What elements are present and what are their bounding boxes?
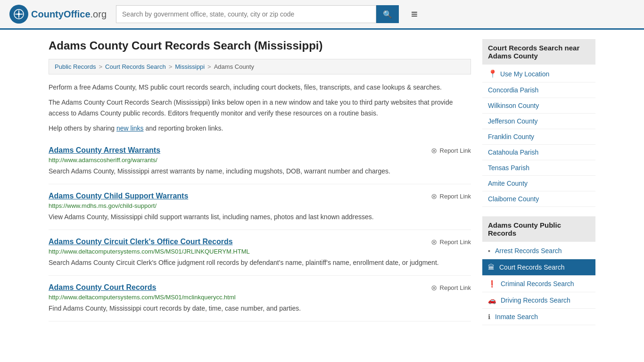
nav-icon-4: ℹ (488, 313, 490, 321)
result-desc-0: Search Adams County, Mississippi arrest … (49, 166, 471, 176)
description-3-suffix: and reporting broken links. (144, 124, 223, 132)
nearby-section-title: Court Records Search near Adams County (482, 39, 595, 65)
report-label-1: Report Link (440, 193, 471, 200)
result-url-3[interactable]: http://www.deltacomputersystems.com/MS/M… (49, 294, 471, 301)
public-records-nav: ▪ Arrest Records Search🏛 Court Records S… (482, 243, 595, 325)
search-input[interactable] (116, 5, 376, 23)
nearby-link-5[interactable]: Tensas Parish (482, 160, 595, 176)
result-desc-2: Search Adams County Circuit Clerk's Offi… (49, 258, 471, 268)
nearby-link-6[interactable]: Amite County (482, 176, 595, 191)
description-3-prefix: Help others by sharing (49, 124, 116, 132)
breadcrumb-sep-2: > (169, 63, 173, 70)
breadcrumb-mississippi[interactable]: Mississippi (175, 63, 205, 70)
description-2: The Adams County Court Records Search (M… (49, 97, 471, 118)
report-icon-0: ⊗ (431, 146, 437, 155)
nav-item-2[interactable]: ❗ Criminal Records Search (482, 276, 595, 292)
site-logo[interactable]: CountyOffice.org (9, 5, 107, 24)
sidebar: Court Records Search near Adams County 📍… (482, 39, 595, 335)
nav-item-0[interactable]: ▪ Arrest Records Search (482, 243, 595, 259)
result-url-0[interactable]: http://www.adamscosheriff.org/warrants/ (49, 156, 471, 164)
report-icon-3: ⊗ (431, 283, 437, 292)
nearby-link-2[interactable]: Jefferson County (482, 114, 595, 129)
nearby-link-0[interactable]: Concordia Parish (482, 82, 595, 98)
breadcrumb-sep-1: > (99, 63, 102, 70)
report-label-2: Report Link (440, 239, 471, 246)
result-header-0: Adams County Arrest Warrants ⊗ Report Li… (49, 146, 471, 156)
nav-label-1: Court Records Search (499, 263, 565, 271)
breadcrumb-public-records[interactable]: Public Records (55, 63, 96, 70)
nav-icon-0: ▪ (488, 247, 490, 255)
result-desc-1: View Adams County, Mississippi child sup… (49, 212, 471, 222)
report-link-3[interactable]: ⊗ Report Link (431, 283, 471, 292)
logo-icon (9, 5, 28, 24)
public-records-section: Adams County Public Records ▪ Arrest Rec… (482, 216, 595, 325)
breadcrumb-sep-3: > (207, 63, 211, 70)
nav-item-3[interactable]: 🚗 Driving Records Search (482, 292, 595, 309)
result-header-3: Adams County Court Records ⊗ Report Link (49, 283, 471, 294)
nav-item-1[interactable]: 🏛 Court Records Search (482, 259, 595, 276)
results-list: Adams County Arrest Warrants ⊗ Report Li… (49, 139, 471, 321)
nearby-link-3[interactable]: Franklin County (482, 129, 595, 145)
report-icon-2: ⊗ (431, 238, 437, 247)
new-links-link[interactable]: new links (116, 124, 144, 132)
use-my-location-link[interactable]: 📍 Use My Location (482, 66, 595, 82)
result-desc-3: Find Adams County, Mississippi court rec… (49, 304, 471, 313)
result-item-2: Adams County Circuit Clerk's Office Cour… (49, 230, 471, 276)
nearby-link-7[interactable]: Claiborne County (482, 191, 595, 207)
result-title-1[interactable]: Adams County Child Support Warrants (49, 192, 188, 200)
result-item-0: Adams County Arrest Warrants ⊗ Report Li… (49, 139, 471, 184)
nav-icon-1: 🏛 (488, 263, 495, 271)
logo-text: CountyOffice.org (31, 9, 107, 20)
nearby-link-4[interactable]: Catahoula Parish (482, 145, 595, 160)
nav-label-0: Arrest Records Search (495, 247, 562, 255)
description-1: Perform a free Adams County, MS public c… (49, 82, 471, 92)
result-item-1: Adams County Child Support Warrants ⊗ Re… (49, 184, 471, 230)
use-location-label: Use My Location (500, 70, 549, 78)
nearby-link-1[interactable]: Wilkinson County (482, 98, 595, 114)
result-header-2: Adams County Circuit Clerk's Office Cour… (49, 238, 471, 248)
hamburger-menu-button[interactable]: ≡ (408, 8, 421, 21)
public-records-title: Adams County Public Records (482, 216, 595, 242)
result-url-2[interactable]: http://www.deltacomputersystems.com/MS/M… (49, 248, 471, 255)
search-button[interactable]: 🔍 (376, 5, 399, 23)
nearby-section: Court Records Search near Adams County 📍… (482, 39, 595, 207)
nav-label-2: Criminal Records Search (501, 280, 574, 288)
content-area: Adams County Court Records Search (Missi… (49, 39, 471, 335)
breadcrumb-court-records[interactable]: Court Records Search (105, 63, 166, 70)
site-header: CountyOffice.org 🔍 ≡ (0, 0, 644, 30)
report-link-1[interactable]: ⊗ Report Link (431, 192, 471, 201)
breadcrumb-adams-county: Adams County (214, 63, 254, 70)
nav-label-3: Driving Records Search (501, 296, 570, 304)
main-container: Adams County Court Records Search (Missi… (39, 30, 605, 344)
result-title-3[interactable]: Adams County Court Records (49, 283, 156, 292)
nearby-links-list: Concordia ParishWilkinson CountyJefferso… (482, 82, 595, 207)
description-3: Help others by sharing new links and rep… (49, 123, 471, 133)
report-link-0[interactable]: ⊗ Report Link (431, 146, 471, 155)
result-title-2[interactable]: Adams County Circuit Clerk's Office Cour… (49, 238, 233, 246)
report-label-3: Report Link (440, 284, 471, 291)
nav-icon-3: 🚗 (488, 296, 496, 304)
result-header-1: Adams County Child Support Warrants ⊗ Re… (49, 192, 471, 202)
nav-icon-2: ❗ (488, 280, 496, 288)
result-item-3: Adams County Court Records ⊗ Report Link… (49, 276, 471, 321)
nav-item-4[interactable]: ℹ Inmate Search (482, 309, 595, 325)
report-link-2[interactable]: ⊗ Report Link (431, 238, 471, 247)
location-icon: 📍 (488, 69, 497, 78)
page-title: Adams County Court Records Search (Missi… (49, 39, 471, 52)
report-label-0: Report Link (440, 147, 471, 154)
breadcrumb: Public Records > Court Records Search > … (49, 59, 471, 74)
nav-label-4: Inmate Search (495, 313, 538, 321)
result-title-0[interactable]: Adams County Arrest Warrants (49, 146, 160, 155)
search-bar: 🔍 (116, 5, 399, 23)
report-icon-1: ⊗ (431, 192, 437, 201)
result-url-1[interactable]: https://www.mdhs.ms.gov/child-support/ (49, 202, 471, 209)
svg-point-1 (18, 13, 20, 16)
